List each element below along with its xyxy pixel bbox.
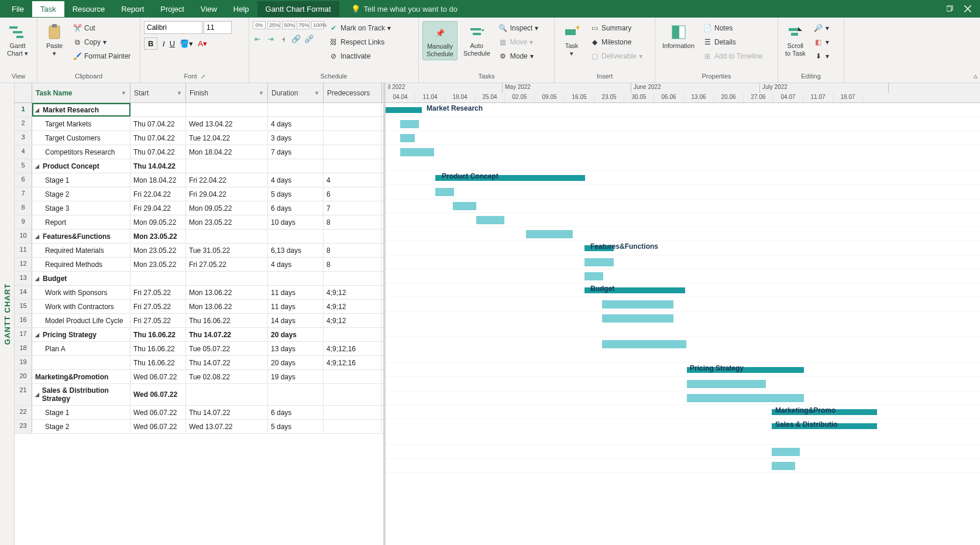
cell-pred[interactable]: 7 [324, 201, 382, 215]
cell-start[interactable]: Thu 16.06.22 [130, 342, 186, 355]
cell-pred[interactable] [324, 131, 382, 145]
cell-taskname[interactable]: Target Markets [32, 117, 130, 131]
inactivate-button[interactable]: ⊘Inactivate [326, 49, 393, 63]
row-number[interactable]: 23 [15, 420, 32, 433]
cell-start[interactable]: Wed 06.07.22 [130, 384, 186, 405]
table-row[interactable]: 7Stage 2Fri 22.04.22Fri 29.04.225 days6 [15, 187, 383, 201]
pct-25-button[interactable]: 25% [267, 21, 280, 29]
cell-start[interactable] [130, 103, 186, 116]
task-bar[interactable] [602, 314, 673, 323]
task-table[interactable]: Task Name▼ Start▼ Finish▼ Duration▼ Pred… [15, 83, 386, 545]
cell-start[interactable]: Mon 09.05.22 [130, 215, 186, 229]
table-row[interactable]: 12Required MethodsMon 23.05.22Fri 27.05.… [15, 258, 383, 272]
cell-dur[interactable]: 11 days [268, 300, 324, 313]
cell-finish[interactable]: Wed 13.07.22 [186, 420, 268, 433]
cell-pred[interactable] [324, 370, 382, 383]
cell-start[interactable]: Thu 07.04.22 [130, 117, 186, 131]
cell-finish[interactable] [186, 384, 268, 405]
outdent-icon[interactable]: ⇤ [253, 34, 262, 43]
cell-start[interactable]: Thu 14.04.22 [130, 159, 186, 173]
tab-view[interactable]: View [192, 1, 225, 17]
collapse-icon[interactable]: ◢ [35, 234, 41, 239]
bold-button[interactable]: B [144, 37, 157, 50]
cell-finish[interactable]: Fri 29.04.22 [186, 187, 268, 201]
corner-cell[interactable] [15, 83, 32, 102]
restore-button[interactable] [941, 0, 959, 18]
cell-start[interactable]: Fri 27.05.22 [130, 300, 186, 313]
cell-taskname[interactable]: Work with Contractors [32, 300, 130, 313]
cell-finish[interactable]: Tue 31.05.22 [186, 244, 268, 257]
task-bar[interactable] [435, 188, 454, 196]
task-bar[interactable] [453, 202, 476, 210]
cell-dur[interactable]: 7 days [268, 145, 324, 159]
cell-pred[interactable] [324, 384, 382, 405]
col-taskname[interactable]: Task Name▼ [32, 83, 130, 102]
row-number[interactable]: 7 [15, 187, 32, 201]
cell-dur[interactable] [268, 384, 324, 405]
cell-pred[interactable] [324, 103, 382, 116]
cell-finish[interactable]: Tue 02.08.22 [186, 370, 268, 383]
font-launcher[interactable]: ⤢ [201, 73, 205, 80]
task-bar[interactable] [584, 258, 614, 266]
cell-pred[interactable]: 4;9;12 [324, 314, 382, 327]
cell-pred[interactable] [324, 117, 382, 131]
italic-button[interactable]: I [162, 39, 164, 49]
collapse-icon[interactable]: ◢ [35, 163, 41, 169]
table-row[interactable]: 22Stage 1Wed 06.07.22Thu 14.07.226 days [15, 406, 383, 420]
cell-taskname[interactable]: Competitors Research [32, 145, 130, 159]
auto-schedule-button[interactable]: AutoSchedule [460, 21, 494, 59]
cell-dur[interactable]: 14 days [268, 314, 324, 327]
information-button[interactable]: Information [659, 21, 698, 52]
cell-pred[interactable]: 4;9;12;16 [324, 356, 382, 369]
cell-finish[interactable]: Thu 14.07.22 [186, 328, 268, 341]
task-bar[interactable] [400, 120, 419, 128]
cell-dur[interactable] [268, 229, 324, 243]
collapse-icon[interactable]: ◢ [35, 276, 41, 282]
cell-taskname[interactable]: Model Product Life Cycle [32, 314, 130, 327]
row-number[interactable]: 11 [15, 244, 32, 257]
cell-finish[interactable]: Mon 23.05.22 [186, 215, 268, 229]
row-number[interactable]: 10 [15, 229, 32, 243]
table-row[interactable]: 11Required MaterialsMon 23.05.22Tue 31.0… [15, 244, 383, 258]
tab-report[interactable]: Report [113, 1, 152, 17]
task-bar[interactable] [400, 134, 415, 142]
row-number[interactable]: 14 [15, 286, 32, 299]
cell-dur[interactable]: 20 days [268, 328, 324, 341]
collapse-icon[interactable]: ◢ [35, 107, 41, 113]
tab-project[interactable]: Project [152, 1, 192, 17]
insert-task-button[interactable]: ✦ Task▾ [558, 21, 585, 59]
table-row[interactable]: 8Stage 3Fri 29.04.22Mon 09.05.226 days7 [15, 201, 383, 215]
close-button[interactable] [959, 0, 976, 18]
cell-start[interactable]: Mon 23.05.22 [130, 258, 186, 271]
task-bar[interactable] [687, 394, 804, 402]
fill-color-button[interactable]: 🪣▾ [180, 39, 193, 48]
cell-dur[interactable] [268, 159, 324, 173]
cell-taskname[interactable] [32, 356, 130, 369]
cell-finish[interactable] [186, 272, 268, 285]
cell-taskname[interactable]: Plan A [32, 342, 130, 355]
font-name-select[interactable] [144, 21, 202, 34]
cell-dur[interactable]: 13 days [268, 342, 324, 355]
cell-taskname[interactable]: ◢Sales & Distribution Strategy [32, 384, 130, 405]
task-bar[interactable] [687, 380, 766, 388]
collapse-ribbon-icon[interactable]: ▵ [974, 71, 978, 80]
task-bar[interactable] [526, 230, 573, 238]
cell-dur[interactable]: 5 days [268, 187, 324, 201]
table-row[interactable]: 10◢Features&FunctionsMon 23.05.22 [15, 229, 383, 244]
task-bar[interactable] [400, 148, 434, 156]
row-number[interactable]: 1 [15, 103, 32, 116]
cell-start[interactable]: Wed 06.07.22 [130, 406, 186, 419]
cell-finish[interactable]: Fri 22.04.22 [186, 173, 268, 187]
cell-pred[interactable]: 4;9;12 [324, 286, 382, 299]
table-row[interactable]: 15Work with ContractorsFri 27.05.22Mon 1… [15, 300, 383, 314]
cell-dur[interactable]: 6 days [268, 406, 324, 419]
fill-button[interactable]: ⬇▾ [811, 49, 831, 63]
cell-dur[interactable]: 6 days [268, 201, 324, 215]
cell-taskname[interactable]: Stage 2 [32, 187, 130, 201]
milestone-button[interactable]: ◆Milestone [587, 35, 645, 49]
cell-pred[interactable]: 4;9;12;16 [324, 342, 382, 355]
cell-start[interactable]: Mon 23.05.22 [130, 244, 186, 257]
copy-button[interactable]: ⧉Copy ▾ [70, 35, 133, 49]
cell-dur[interactable] [268, 272, 324, 285]
row-number[interactable]: 2 [15, 117, 32, 131]
